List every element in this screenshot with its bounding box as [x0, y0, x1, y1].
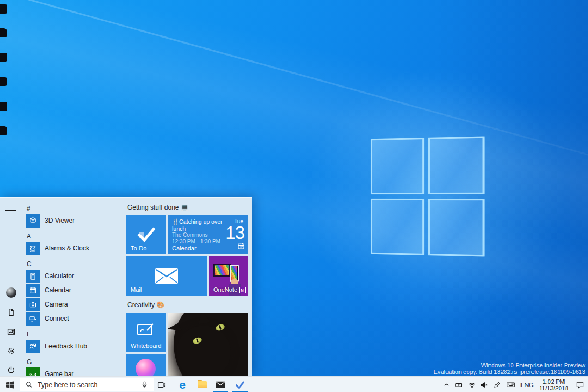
start-menu: #3D ViewerAAlarms & ClockCCalculatorCale…: [0, 197, 252, 376]
clock-time: 1:02 PM: [539, 378, 568, 385]
app-label: Game bar: [45, 370, 74, 376]
clipped-desktop-icon[interactable]: [0, 53, 7, 62]
clipped-desktop-icon[interactable]: [0, 77, 7, 86]
clipped-desktop-icon[interactable]: [0, 4, 7, 14]
tile-group-title[interactable]: Creativity 🎨: [127, 301, 164, 309]
clipped-desktop-icon[interactable]: [0, 126, 7, 135]
calendar-icon: [26, 284, 40, 297]
tile-label: OneNote: [213, 286, 237, 293]
start-button[interactable]: [0, 377, 20, 392]
tray-ink-pen-icon[interactable]: [491, 377, 504, 392]
todo-icon: [235, 381, 245, 389]
app-list-header-F[interactable]: F: [24, 329, 125, 339]
insider-watermark: Windows 10 Enterprise Insider Preview Ev…: [434, 363, 585, 375]
app-list-item-game-bar[interactable]: Game bar: [24, 367, 125, 376]
app-list-header-#[interactable]: #: [24, 203, 125, 213]
app-label: Calendar: [45, 286, 71, 294]
action-center-icon[interactable]: [572, 377, 588, 392]
tile-paint3d[interactable]: [126, 354, 166, 376]
windows-flag-pane: [428, 137, 485, 194]
search-input[interactable]: Type here to search: [20, 378, 154, 391]
app-list-item-3d-viewer[interactable]: 3D Viewer: [24, 213, 125, 228]
app-list-item-alarms-clock[interactable]: Alarms & Clock: [24, 241, 125, 255]
tile-label: Mail: [131, 286, 142, 293]
watermark-line2: Evaluation copy. Build 18282.rs_prerelea…: [434, 369, 585, 376]
edge-icon: e: [179, 379, 186, 390]
task-view-icon: [157, 381, 166, 389]
calculator-icon: [26, 270, 40, 283]
alarm-icon: [26, 242, 40, 255]
tile-label: To-Do: [131, 245, 146, 252]
taskbar-app-mail[interactable]: [213, 377, 228, 392]
feedback-icon: [26, 340, 40, 353]
tray-network-icon[interactable]: [465, 377, 478, 392]
mail-icon: [216, 381, 225, 389]
tile-calendar[interactable]: 🍴Catching up over lunch The Commons 12:3…: [168, 215, 248, 254]
app-list-header-A[interactable]: A: [24, 231, 125, 241]
task-view-button[interactable]: [154, 377, 168, 392]
tile-group-title[interactable]: Getting stuff done 💻: [127, 204, 189, 211]
tile-photo-cat[interactable]: [168, 313, 248, 376]
camera-icon: [26, 298, 40, 311]
onenote-logo-icon: N: [239, 287, 246, 293]
tray-chevron-up-icon[interactable]: [440, 377, 452, 392]
app-label: Feedback Hub: [45, 342, 87, 350]
clipped-desktop-icon[interactable]: [0, 102, 7, 111]
tray-volume-muted-icon[interactable]: [478, 377, 491, 392]
start-windows-icon: [5, 381, 14, 389]
cube-icon: [26, 214, 40, 228]
cat-photo: [168, 313, 248, 376]
taskbar: Type here to search e: [0, 376, 588, 392]
gamepad-icon: [26, 367, 40, 377]
tile-label: Whiteboard: [131, 342, 161, 349]
taskbar-app-todo[interactable]: [233, 377, 247, 392]
file-explorer-icon: [198, 381, 207, 388]
windows-flag-pane: [428, 199, 485, 256]
app-list-item-calendar[interactable]: Calendar: [24, 283, 125, 297]
system-tray: ENG 1:02 PM 11/13/2018: [440, 377, 588, 392]
app-list: #3D ViewerAAlarms & ClockCCalculatorCale…: [24, 203, 125, 376]
app-list-item-calculator[interactable]: Calculator: [24, 269, 125, 283]
tile-whiteboard[interactable]: Whiteboard: [126, 313, 166, 352]
cortana-mic-icon[interactable]: [140, 381, 149, 389]
app-list-header-G[interactable]: G: [24, 357, 125, 367]
connect-icon: [26, 312, 40, 326]
user-avatar[interactable]: [5, 287, 16, 298]
app-list-item-camera[interactable]: Camera: [24, 297, 125, 311]
tile-mail[interactable]: Mail: [126, 256, 207, 296]
calendar-date: 13: [225, 223, 244, 243]
calendar-event-location: The Commons: [172, 232, 226, 238]
calendar-event-time: 12:30 PM - 1:30 PM: [172, 238, 226, 245]
tile-todo[interactable]: To-Do: [126, 215, 166, 254]
desktop: Windows 10 Enterprise Insider Preview Ev…: [0, 0, 588, 392]
clock[interactable]: 1:02 PM 11/13/2018: [536, 377, 572, 392]
app-list-header-C[interactable]: C: [24, 259, 125, 269]
colorful-balloon-icon: [136, 359, 156, 376]
app-list-item-feedback-hub[interactable]: Feedback Hub: [24, 339, 125, 353]
app-label: Camera: [45, 301, 68, 308]
taskbar-app-file-explorer[interactable]: [195, 377, 209, 392]
watermark-line1: Windows 10 Enterprise Insider Preview: [434, 363, 585, 369]
taskbar-app-edge[interactable]: e: [175, 377, 189, 392]
hamburger-menu-icon[interactable]: [5, 205, 16, 216]
app-label: 3D Viewer: [45, 217, 75, 224]
search-icon: [25, 381, 33, 389]
clipped-desktop-icon[interactable]: [0, 28, 7, 37]
documents-icon[interactable]: [5, 307, 16, 317]
pictures-icon[interactable]: [5, 326, 16, 337]
tile-onenote[interactable]: OneNote N: [209, 256, 248, 296]
clock-date: 11/13/2018: [539, 385, 568, 391]
calendar-event-title: 🍴Catching up over lunch: [172, 218, 226, 232]
tray-battery-icon[interactable]: [452, 377, 465, 392]
search-placeholder: Type here to search: [38, 381, 140, 389]
power-icon[interactable]: [5, 364, 16, 375]
windows-flag-logo: [371, 137, 485, 257]
app-list-item-connect[interactable]: Connect: [24, 311, 125, 326]
settings-gear-icon[interactable]: [5, 345, 16, 356]
windows-flag-pane: [371, 199, 424, 255]
tray-touch-keyboard-icon[interactable]: [504, 377, 518, 392]
app-label: Calculator: [45, 272, 74, 280]
app-label: Connect: [45, 315, 69, 322]
language-indicator[interactable]: ENG: [518, 377, 536, 392]
calendar-mini-icon: [238, 242, 244, 252]
